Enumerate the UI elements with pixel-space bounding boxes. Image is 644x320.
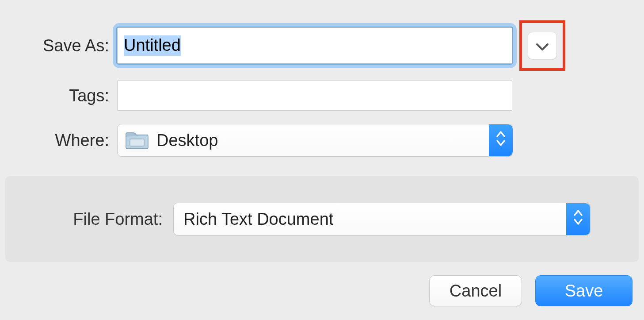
save-as-row: Save As: Untitled bbox=[0, 27, 512, 64]
svg-rect-1 bbox=[130, 139, 144, 146]
expand-button-highlight bbox=[519, 20, 565, 71]
chevron-down-icon bbox=[536, 36, 549, 55]
up-down-icon bbox=[496, 130, 506, 151]
tags-input[interactable] bbox=[117, 81, 512, 111]
tags-label: Tags: bbox=[0, 86, 117, 105]
save-as-selected-text: Untitled bbox=[124, 35, 181, 56]
folder-icon bbox=[126, 131, 149, 149]
cancel-button[interactable]: Cancel bbox=[429, 275, 522, 306]
where-row: Where: Desktop bbox=[0, 124, 513, 157]
where-value: Desktop bbox=[156, 131, 218, 150]
tags-row: Tags: bbox=[0, 81, 512, 111]
expand-save-panel-button[interactable] bbox=[528, 32, 557, 59]
file-format-panel: File Format: Rich Text Document bbox=[5, 176, 639, 262]
file-format-stepper[interactable] bbox=[566, 203, 590, 235]
save-dialog: Save As: Untitled Tags: Where: bbox=[0, 0, 644, 320]
where-label: Where: bbox=[0, 131, 117, 150]
where-select[interactable]: Desktop bbox=[117, 124, 513, 157]
save-as-label: Save As: bbox=[0, 36, 117, 55]
file-format-label: File Format: bbox=[5, 210, 173, 229]
where-stepper[interactable] bbox=[489, 124, 513, 156]
save-as-focus-ring: Untitled bbox=[117, 27, 512, 64]
file-format-select[interactable]: Rich Text Document bbox=[173, 203, 591, 235]
file-format-value: Rich Text Document bbox=[183, 210, 333, 229]
dialog-actions: Cancel Save bbox=[429, 275, 633, 306]
up-down-icon bbox=[573, 209, 583, 230]
save-button[interactable]: Save bbox=[535, 275, 633, 306]
save-as-input[interactable]: Untitled bbox=[117, 27, 512, 64]
